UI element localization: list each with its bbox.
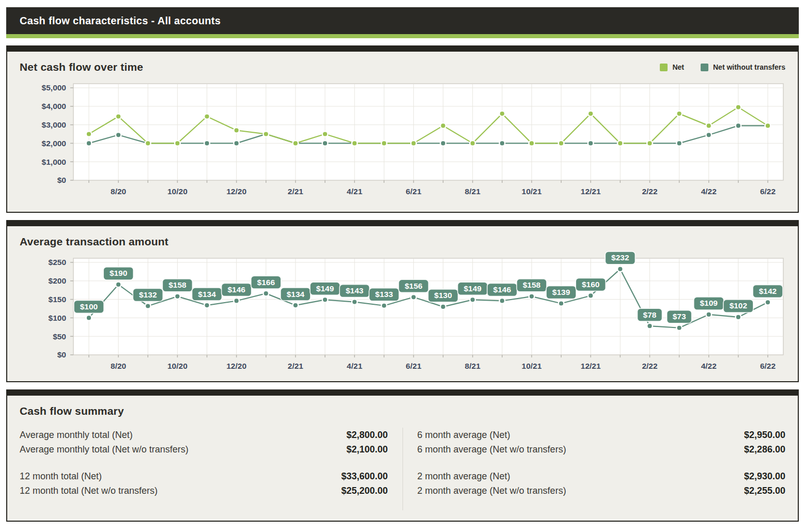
summary-label: 6 month average (Net): [417, 428, 510, 442]
summary-row: Average monthly total (Net)$2,800.00: [20, 428, 388, 442]
y-axis-tick-label: $100: [49, 314, 66, 322]
data-label: $149: [316, 284, 334, 293]
summary-value: $2,950.00: [744, 428, 785, 442]
x-axis-tick-label: 6/22: [760, 187, 776, 196]
data-label: $190: [110, 269, 127, 277]
summary-value: $2,100.00: [346, 442, 388, 457]
data-label: $142: [759, 287, 777, 295]
y-axis-tick-label: $200: [49, 276, 66, 285]
x-axis-tick-label: 2/21: [288, 187, 304, 196]
summary-value: $2,286.00: [744, 442, 785, 457]
header-accent-bar: [6, 34, 799, 38]
net-legend-label: Net: [672, 63, 684, 71]
summary-group: 6 month average (Net)$2,950.006 month av…: [417, 428, 786, 457]
data-label: $232: [611, 253, 629, 262]
avg-chart-title: Average transaction amount: [20, 236, 168, 248]
data-label: $143: [346, 286, 364, 295]
report-header: Cash flow characteristics - All accounts: [6, 7, 799, 38]
data-label: $146: [227, 285, 245, 294]
x-axis-tick-label: 2/22: [642, 362, 657, 370]
net-cash-flow-plot: $5,000$4,000$3,000$2,000$1,000$08/2010/2…: [20, 80, 785, 199]
data-label: $134: [287, 290, 305, 299]
avg-transaction-plot: $250$200$150$100$50$08/2010/2012/202/214…: [20, 251, 785, 374]
x-axis-tick-label: 4/21: [347, 362, 363, 370]
x-axis-tick-label: 6/21: [406, 187, 422, 196]
y-axis-tick-label: $3,000: [42, 120, 66, 129]
avg-chart-title-row: Average transaction amount: [20, 236, 785, 248]
avg-transaction-chart: $250$200$150$100$50$08/2010/2012/202/214…: [20, 251, 785, 374]
legend-item-net-without-transfers: Net without transfers: [701, 63, 785, 71]
x-axis-tick-label: 10/21: [522, 187, 542, 196]
summary-group: Average monthly total (Net)$2,800.00Aver…: [20, 428, 388, 457]
data-label: $158: [523, 280, 541, 289]
summary-group: 2 month average (Net)$2,930.002 month av…: [417, 469, 786, 498]
summary-value: $2,800.00: [346, 428, 388, 442]
summary-value: $25,200.00: [341, 483, 388, 498]
x-axis-tick-label: 4/21: [347, 187, 363, 196]
net-without-transfers-legend-label: Net without transfers: [713, 63, 785, 71]
y-axis-tick-label: $0: [57, 176, 66, 184]
summary-row: 2 month average (Net w/o transfers)$2,25…: [417, 483, 786, 498]
summary-label: 12 month total (Net w/o transfers): [20, 483, 158, 498]
data-label: $102: [730, 301, 747, 310]
y-axis-tick-label: $2,000: [42, 139, 66, 148]
legend-item-net: Net: [660, 63, 684, 71]
summary-value: $2,930.00: [744, 469, 785, 483]
y-axis-tick-label: $250: [49, 258, 66, 267]
summary-left-column: Average monthly total (Net)$2,800.00Aver…: [20, 428, 388, 510]
avg-transaction-panel: Average transaction amount $250$200$150$…: [6, 220, 799, 382]
x-axis-tick-label: 6/21: [406, 362, 422, 370]
y-axis-tick-label: $50: [53, 332, 66, 341]
cash-flow-summary-panel: Cash flow summary Average monthly total …: [6, 389, 799, 522]
summary-row: Average monthly total (Net w/o transfers…: [20, 442, 388, 457]
y-axis-tick-label: $150: [49, 295, 66, 304]
summary-row: 12 month total (Net)$33,600.00: [20, 469, 388, 483]
x-axis-tick-label: 12/20: [226, 187, 246, 196]
data-label: $78: [643, 310, 657, 319]
summary-row: 2 month average (Net)$2,930.00: [417, 469, 786, 483]
data-label: $158: [168, 280, 187, 289]
x-axis-tick-label: 2/22: [642, 187, 657, 196]
x-axis-tick-label: 10/21: [522, 362, 542, 370]
net-legend-swatch-icon: [660, 64, 668, 71]
x-axis-tick-label: 8/20: [111, 362, 126, 370]
x-axis-tick-label: 4/22: [701, 187, 717, 196]
summary-label: Average monthly total (Net w/o transfers…: [20, 442, 189, 457]
net-chart-title: Net cash flow over time: [20, 61, 143, 73]
net-chart-title-row: Net cash flow over time Net Net without …: [20, 61, 785, 73]
x-axis-tick-label: 8/20: [111, 187, 126, 196]
data-label: $109: [700, 299, 718, 307]
data-label: $160: [582, 280, 599, 289]
report-header-bar: Cash flow characteristics - All accounts: [6, 7, 799, 34]
data-label: $133: [375, 290, 393, 299]
x-axis: 8/2010/2012/202/214/216/218/2110/2112/21…: [89, 180, 776, 196]
summary-value: $2,255.00: [744, 483, 785, 498]
x-axis-tick-label: 12/20: [226, 362, 246, 370]
summary-right-column: 6 month average (Net)$2,950.006 month av…: [417, 428, 786, 510]
x-axis: 8/2010/2012/202/214/216/218/2110/2112/21…: [89, 355, 776, 370]
data-label: $132: [139, 290, 157, 299]
data-label: $73: [673, 312, 686, 321]
cash-flow-report: Cash flow characteristics - All accounts…: [6, 7, 799, 522]
summary-group: 12 month total (Net)$33,600.0012 month t…: [20, 469, 388, 498]
summary-grid: Average monthly total (Net)$2,800.00Aver…: [20, 428, 785, 510]
data-label: $156: [405, 281, 423, 290]
summary-row: 6 month average (Net w/o transfers)$2,28…: [417, 442, 786, 457]
net-without-transfers-legend-swatch-icon: [701, 64, 708, 71]
data-label: $139: [552, 288, 570, 296]
summary-label: 6 month average (Net w/o transfers): [417, 442, 566, 457]
x-axis-tick-label: 8/21: [465, 362, 481, 370]
summary-title: Cash flow summary: [20, 405, 785, 417]
summary-divider: [402, 428, 403, 510]
y-axis-tick-label: $1,000: [42, 158, 66, 166]
y-axis-tick-label: $5,000: [42, 83, 66, 92]
summary-row: 12 month total (Net w/o transfers)$25,20…: [20, 483, 388, 498]
summary-label: Average monthly total (Net): [20, 428, 133, 442]
data-label: $146: [493, 285, 512, 294]
summary-label: 2 month average (Net w/o transfers): [417, 483, 566, 498]
y-axis-tick-label: $0: [57, 350, 66, 359]
x-axis-tick-label: 10/20: [167, 187, 188, 196]
x-axis-tick-label: 6/22: [760, 362, 776, 370]
report-title: Cash flow characteristics - All accounts: [20, 15, 221, 27]
data-label: $130: [434, 291, 452, 300]
